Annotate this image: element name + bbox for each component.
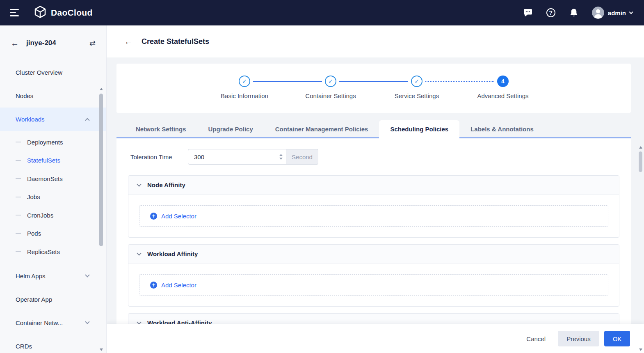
dash-icon bbox=[16, 142, 21, 142]
tab-upgrade-policy[interactable]: Upgrade Policy bbox=[197, 120, 264, 138]
tab-scheduling-policies[interactable]: Scheduling Policies bbox=[379, 120, 459, 138]
sidebar-item-operator-app[interactable]: Operator App bbox=[0, 288, 106, 311]
sidebar-scrollbar[interactable] bbox=[99, 87, 103, 352]
add-selector-label: Add Selector bbox=[161, 282, 196, 289]
tab-container-management-policies[interactable]: Container Management Policies bbox=[264, 120, 379, 138]
daocloud-logo[interactable]: DaoCloud bbox=[34, 5, 93, 20]
sidebar-item-workloads[interactable]: Workloads bbox=[0, 108, 106, 131]
chat-icon[interactable] bbox=[523, 8, 533, 18]
add-selector-label: Add Selector bbox=[161, 213, 196, 220]
check-glyph: ✓ bbox=[414, 78, 419, 85]
scroll-down-icon[interactable] bbox=[100, 348, 103, 351]
sidebar-item-pods[interactable]: Pods bbox=[0, 225, 106, 243]
sidebar-item-label: Container Netw... bbox=[16, 319, 63, 326]
toleration-time-label: Toleration Time bbox=[130, 154, 188, 160]
chevron-down-icon bbox=[85, 319, 89, 324]
toleration-time-input[interactable] bbox=[188, 149, 286, 165]
node-affinity-section: Node Affinity + Add Selector bbox=[128, 175, 619, 238]
step-connector-dotted bbox=[425, 81, 494, 82]
add-selector-button[interactable]: + Add Selector bbox=[139, 205, 608, 227]
step-label: Container Settings bbox=[305, 92, 356, 99]
sidebar-item-label: Nodes bbox=[16, 92, 33, 99]
add-selector-button[interactable]: + Add Selector bbox=[139, 274, 608, 296]
tab-network-settings[interactable]: Network Settings bbox=[125, 120, 197, 138]
node-affinity-header[interactable]: Node Affinity bbox=[128, 176, 619, 195]
avatar[interactable] bbox=[592, 7, 604, 19]
scheduling-policies-panel: Toleration Time Second bbox=[116, 138, 631, 349]
spinner-down-icon[interactable] bbox=[279, 158, 283, 160]
dash-icon bbox=[16, 233, 21, 234]
spinner-up-icon[interactable] bbox=[279, 154, 283, 156]
user-menu-chevron-icon[interactable] bbox=[629, 10, 633, 14]
ok-button[interactable]: OK bbox=[604, 331, 630, 346]
sidebar-item-label: ReplicaSets bbox=[27, 248, 60, 255]
workload-affinity-header[interactable]: Workload Affinity bbox=[128, 245, 619, 264]
sidebar-item-label: Pods bbox=[27, 230, 41, 237]
step-advanced-settings[interactable]: 4 Advanced Settings bbox=[460, 76, 546, 99]
scroll-up-icon[interactable] bbox=[639, 146, 642, 149]
step-label: Advanced Settings bbox=[477, 92, 528, 99]
page-title: Create StatefulSets bbox=[142, 37, 209, 46]
previous-button[interactable]: Previous bbox=[558, 331, 599, 346]
menu-icon[interactable] bbox=[10, 9, 19, 16]
step-check-icon: ✓ bbox=[325, 76, 336, 87]
sidebar-item-container-network[interactable]: Container Netw... bbox=[0, 311, 106, 335]
sidebar-item-crds[interactable]: CRDs bbox=[0, 335, 106, 353]
username: admin bbox=[608, 9, 626, 16]
tabs-underline bbox=[116, 138, 631, 138]
sidebar-item-label: StatefulSets bbox=[27, 157, 60, 164]
step-number: 4 bbox=[501, 78, 505, 85]
bell-icon[interactable] bbox=[569, 8, 579, 18]
step-container-settings[interactable]: ✓ Container Settings bbox=[288, 76, 374, 99]
page-header: ← Create StatefulSets bbox=[107, 25, 644, 57]
app-root: DaoCloud ? bbox=[0, 0, 644, 353]
sidebar-item-label: Workloads bbox=[16, 116, 45, 123]
sidebar-item-label: Cluster Overview bbox=[16, 69, 62, 76]
step-basic-information[interactable]: ✓ Basic Information bbox=[201, 76, 288, 99]
topbar: DaoCloud ? bbox=[0, 0, 644, 25]
tab-labels-annotations[interactable]: Labels & Annotations bbox=[459, 120, 545, 138]
sidebar-item-jobs[interactable]: Jobs bbox=[0, 188, 106, 206]
switch-cluster-icon[interactable]: ⇄ bbox=[89, 39, 96, 48]
sidebar-item-nodes[interactable]: Nodes bbox=[0, 84, 106, 108]
plus-icon: + bbox=[150, 282, 157, 289]
sidebar-item-helm-apps[interactable]: Helm Apps bbox=[0, 264, 106, 288]
brand-name: DaoCloud bbox=[51, 8, 93, 18]
sidebar-item-cluster-overview[interactable]: Cluster Overview bbox=[0, 61, 106, 84]
dash-icon bbox=[16, 215, 21, 215]
help-icon[interactable]: ? bbox=[546, 8, 556, 18]
stepper: ✓ Basic Information ✓ Container Settings bbox=[116, 76, 631, 99]
sidebar-item-replicasets[interactable]: ReplicaSets bbox=[0, 243, 106, 261]
sidebar-item-cronjobs[interactable]: CronJobs bbox=[0, 206, 106, 225]
workloads-submenu: Deployments StatefulSets DaemonSets Jobs bbox=[0, 131, 106, 264]
step-check-icon: ✓ bbox=[411, 76, 422, 87]
daocloud-logo-icon bbox=[34, 5, 47, 20]
step-label: Service Settings bbox=[395, 92, 439, 99]
user-menu: admin bbox=[592, 7, 633, 19]
scroll-down-icon[interactable] bbox=[639, 348, 642, 351]
main-scrollbar[interactable] bbox=[639, 145, 643, 352]
sidebar: ← jinye-204 ⇄ Cluster Overview Nodes Wor… bbox=[0, 25, 107, 353]
sidebar-item-label: DaemonSets bbox=[27, 175, 63, 182]
sidebar-item-statefulsets[interactable]: StatefulSets bbox=[0, 151, 106, 170]
cancel-button[interactable]: Cancel bbox=[526, 335, 546, 342]
plus-icon: + bbox=[150, 213, 157, 220]
sidebar-header: ← jinye-204 ⇄ bbox=[0, 25, 106, 61]
sidebar-item-daemonsets[interactable]: DaemonSets bbox=[0, 170, 106, 188]
scrollbar-thumb[interactable] bbox=[639, 151, 642, 172]
sidebar-item-deployments[interactable]: Deployments bbox=[0, 133, 106, 151]
dash-icon bbox=[16, 251, 21, 252]
sidebar-item-label: CronJobs bbox=[27, 212, 53, 219]
sidebar-back-icon[interactable]: ← bbox=[11, 39, 19, 47]
main-body: ✓ Basic Information ✓ Container Settings bbox=[107, 57, 644, 349]
chevron-down-icon bbox=[137, 251, 141, 255]
step-connector bbox=[253, 81, 322, 82]
step-connector bbox=[339, 81, 408, 82]
scrollbar-thumb[interactable] bbox=[99, 94, 103, 246]
scroll-up-icon[interactable] bbox=[100, 88, 103, 90]
step-service-settings[interactable]: ✓ Service Settings bbox=[374, 76, 460, 99]
sidebar-item-label: Deployments bbox=[27, 139, 63, 146]
page-back-icon[interactable]: ← bbox=[124, 37, 132, 46]
layout: ← jinye-204 ⇄ Cluster Overview Nodes Wor… bbox=[0, 25, 644, 353]
cluster-name: jinye-204 bbox=[26, 39, 56, 47]
